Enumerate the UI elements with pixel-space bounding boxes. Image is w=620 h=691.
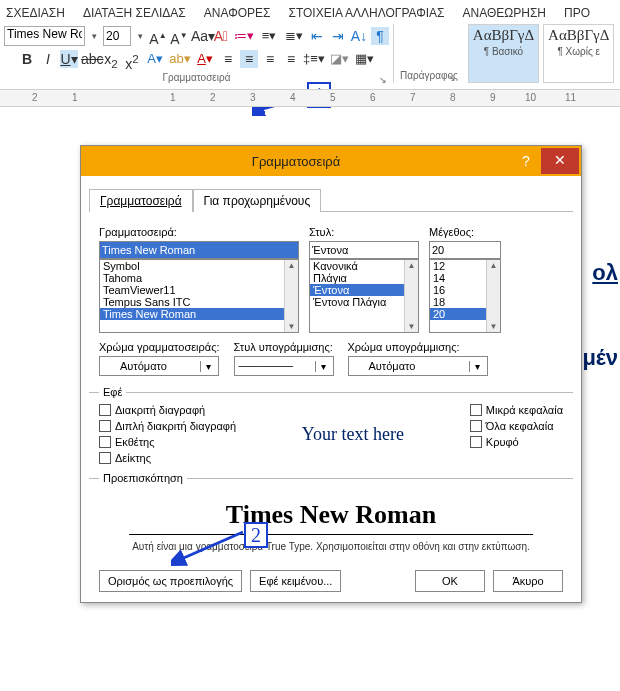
size-list-label: Μέγεθος: <box>429 226 501 238</box>
text-effects-button[interactable]: Εφέ κειμένου... <box>250 570 341 592</box>
ribbon: ▾ ▾ A▲ A▼ Aa▾ A⃠ ≔▾ ≡▾ ≣▾ ⇤ ⇥ A↓ ¶ B I U… <box>0 22 620 83</box>
list-item[interactable]: Πλάγια <box>310 272 418 284</box>
sort-icon[interactable]: A↓ <box>350 27 368 45</box>
horizontal-ruler: 2 1 1 2 3 4 5 6 7 8 9 10 11 <box>0 89 620 107</box>
effect-superscript[interactable]: Εκθέτης <box>99 436 236 448</box>
list-item[interactable]: Tahoma <box>100 272 298 284</box>
set-default-button[interactable]: Ορισμός ως προεπιλογής <box>99 570 242 592</box>
align-left-icon[interactable]: ≡ <box>219 50 237 68</box>
effect-subscript[interactable]: Δείκτης <box>99 452 236 464</box>
preview-note: Αυτή είναι μια γραμματοσειρά True Type. … <box>99 541 563 552</box>
borders-icon[interactable]: ▦▾ <box>353 50 375 68</box>
ribbon-tab-list: ΣΧΕΔΙΑΣΗ ΔΙΑΤΑΞΗ ΣΕΛΙΔΑΣ ΑΝΑΦΟΡΕΣ ΣΤΟΙΧΕ… <box>0 0 620 22</box>
underline-icon[interactable]: U▾ <box>60 50 78 68</box>
effect-strikethrough[interactable]: Διακριτή διαγραφή <box>99 404 236 416</box>
font-color-icon[interactable]: A▾ <box>194 50 216 68</box>
scrollbar[interactable]: ▲▼ <box>404 260 418 332</box>
superscript-icon[interactable]: x2 <box>123 50 141 68</box>
list-item[interactable]: Times New Roman <box>100 308 298 320</box>
clear-format-icon[interactable]: A⃠ <box>212 27 230 45</box>
list-item[interactable]: Κανονικά <box>310 260 418 272</box>
tab-more[interactable]: ΠΡΟ <box>562 4 592 22</box>
bold-icon[interactable]: B <box>18 50 36 68</box>
font-size-combo[interactable] <box>103 26 131 46</box>
dialog-button-row: Ορισμός ως προεπιλογής Εφέ κειμένου... O… <box>89 560 573 592</box>
list-item[interactable]: Symbol <box>100 260 298 272</box>
effects-fieldset: Εφέ Διακριτή διαγραφή Διπλή διακριτή δια… <box>89 386 573 468</box>
shading-icon[interactable]: ◪▾ <box>328 50 350 68</box>
scrollbar[interactable]: ▲▼ <box>284 260 298 332</box>
ok-button[interactable]: OK <box>415 570 485 592</box>
font-name-combo[interactable] <box>4 26 85 46</box>
grow-font-icon[interactable]: A▲ <box>149 27 167 45</box>
tab-layout[interactable]: ΔΙΑΤΑΞΗ ΣΕΛΙΔΑΣ <box>81 4 188 22</box>
preview-legend: Προεπισκόπηση <box>99 472 187 484</box>
font-group: ▾ ▾ A▲ A▼ Aa▾ A⃠ ≔▾ ≡▾ ≣▾ ⇤ ⇥ A↓ ¶ B I U… <box>2 24 394 83</box>
tab-mailings[interactable]: ΣΤΟΙΧΕΙΑ ΑΛΛΗΛΟΓΡΑΦΙΑΣ <box>286 4 446 22</box>
font-dialog: Γραμματοσειρά ? ✕ Γραμματοσειρά Για προχ… <box>80 145 582 603</box>
style-nospacing[interactable]: ΑαΒβΓγΔ ¶ Χωρίς ε <box>543 24 614 83</box>
line-spacing-icon[interactable]: ‡≡▾ <box>303 50 325 68</box>
underline-style-label: Στυλ υπογράμμισης: <box>234 341 334 353</box>
paragraph-group: Παράγραφος ↘ <box>398 24 458 83</box>
size-listbox[interactable]: 12 14 16 18 20 ▲▼ <box>429 259 501 333</box>
size-entry[interactable] <box>429 241 501 259</box>
font-name-input[interactable] <box>7 27 82 41</box>
font-color-label: Χρώμα γραμματοσειράς: <box>99 341 220 353</box>
list-item[interactable]: Tempus Sans ITC <box>100 296 298 308</box>
styles-gallery: ΑαΒβΓγΔ ¶ Βασικό ΑαΒβΓγΔ ¶ Χωρίς ε <box>468 24 615 83</box>
scrollbar[interactable]: ▲▼ <box>486 260 500 332</box>
font-listbox[interactable]: Symbol Tahoma TeamViewer11 Tempus Sans I… <box>99 259 299 333</box>
tab-design[interactable]: ΣΧΕΔΙΑΣΗ <box>4 4 67 22</box>
effect-double-strike[interactable]: Διπλή διακριτή διαγραφή <box>99 420 236 432</box>
dialog-titlebar: Γραμματοσειρά ? ✕ <box>81 146 581 176</box>
effects-legend: Εφέ <box>99 386 126 398</box>
tab-references[interactable]: ΑΝΑΦΟΡΕΣ <box>202 4 273 22</box>
effect-hidden[interactable]: Κρυφό <box>470 436 563 448</box>
align-center-icon[interactable]: ≡ <box>240 50 258 68</box>
list-item[interactable]: Έντονα Πλάγια <box>310 296 418 308</box>
paragraph-mark-icon[interactable]: ¶ <box>371 27 389 45</box>
chevron-down-icon[interactable]: ▾ <box>134 31 146 41</box>
style-basic[interactable]: ΑαΒβΓγΔ ¶ Βασικό <box>468 24 539 83</box>
strike-icon[interactable]: abc <box>81 50 99 68</box>
align-right-icon[interactable]: ≡ <box>261 50 279 68</box>
close-icon[interactable]: ✕ <box>541 148 579 174</box>
change-case-icon[interactable]: Aa▾ <box>191 27 209 45</box>
cancel-button[interactable]: Άκυρο <box>493 570 563 592</box>
list-item[interactable]: Έντονα <box>310 284 418 296</box>
paragraph-dialog-launcher-icon[interactable]: ↘ <box>448 73 456 83</box>
effect-small-caps[interactable]: Μικρά κεφαλαία <box>470 404 563 416</box>
shrink-font-icon[interactable]: A▼ <box>170 27 188 45</box>
effect-all-caps[interactable]: Όλα κεφαλαία <box>470 420 563 432</box>
font-color-combo[interactable]: Αυτόματο▾ <box>99 356 219 376</box>
indent-icon[interactable]: ⇥ <box>329 27 347 45</box>
text-effects-icon[interactable]: A▾ <box>144 50 166 68</box>
dialog-tab-font[interactable]: Γραμματοσειρά <box>89 189 193 212</box>
style-entry[interactable] <box>309 241 419 259</box>
numbering-icon[interactable]: ≡▾ <box>258 27 280 45</box>
style-listbox[interactable]: Κανονικά Πλάγια Έντονα Έντονα Πλάγια ▲▼ <box>309 259 419 333</box>
dialog-tab-advanced[interactable]: Για προχωρημένους <box>193 189 322 212</box>
multilevel-icon[interactable]: ≣▾ <box>283 27 305 45</box>
font-name-entry[interactable] <box>99 241 299 259</box>
dialog-tabs: Γραμματοσειρά Για προχωρημένους <box>89 188 573 212</box>
tab-review[interactable]: ΑΝΑΘΕΩΡΗΣΗ <box>461 4 548 22</box>
outdent-icon[interactable]: ⇤ <box>308 27 326 45</box>
help-icon[interactable]: ? <box>511 153 541 169</box>
underline-style-combo[interactable]: ───────▾ <box>234 356 334 376</box>
chevron-down-icon[interactable]: ▾ <box>88 31 100 41</box>
font-group-label: Γραμματοσειρά <box>163 70 231 83</box>
underline-color-label: Χρώμα υπογράμμισης: <box>348 341 488 353</box>
your-text-here: Your text here <box>302 424 404 445</box>
justify-icon[interactable]: ≡ <box>282 50 300 68</box>
underline-color-combo[interactable]: Αυτόματο▾ <box>348 356 488 376</box>
font-dialog-launcher-icon[interactable]: ↘ <box>379 75 387 85</box>
highlight-icon[interactable]: ab▾ <box>169 50 191 68</box>
font-list-label: Γραμματοσειρά: <box>99 226 299 238</box>
bullets-icon[interactable]: ≔▾ <box>233 27 255 45</box>
italic-icon[interactable]: I <box>39 50 57 68</box>
font-size-input[interactable] <box>106 29 128 43</box>
list-item[interactable]: TeamViewer11 <box>100 284 298 296</box>
subscript-icon[interactable]: x2 <box>102 50 120 68</box>
